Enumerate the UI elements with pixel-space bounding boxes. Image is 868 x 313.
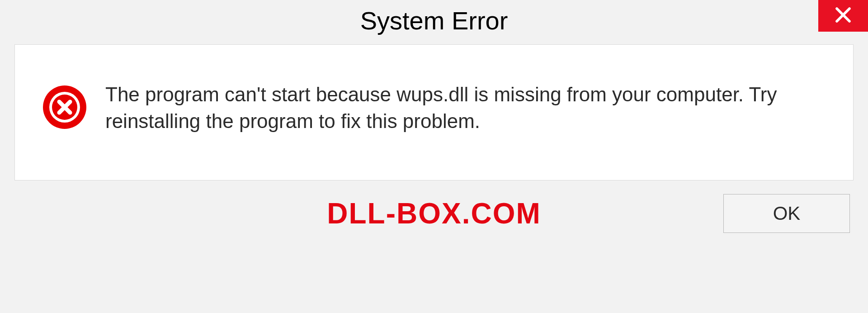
close-icon bbox=[834, 5, 853, 26]
error-icon bbox=[42, 85, 87, 130]
title-bar: System Error bbox=[0, 0, 868, 41]
dialog-title: System Error bbox=[360, 6, 508, 35]
watermark-text: DLL-BOX.COM bbox=[327, 197, 541, 230]
error-dialog: System Error The program can't start bec… bbox=[0, 0, 868, 313]
close-button[interactable] bbox=[818, 0, 868, 32]
content-panel: The program can't start because wups.dll… bbox=[14, 44, 854, 180]
ok-button[interactable]: OK bbox=[723, 194, 850, 233]
footer-bar: DLL-BOX.COM OK bbox=[0, 180, 868, 233]
error-message: The program can't start because wups.dll… bbox=[105, 81, 802, 135]
